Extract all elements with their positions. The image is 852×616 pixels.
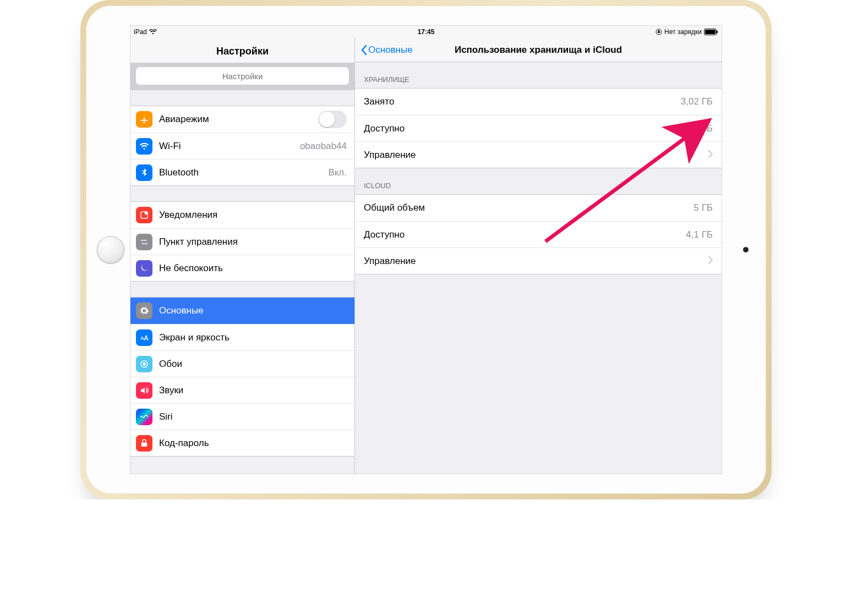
search-input[interactable] <box>136 67 349 85</box>
sidebar-item-wallpaper[interactable]: Обои <box>130 350 354 377</box>
row-label: Общий объем <box>364 202 425 213</box>
sidebar-item-label: Основные <box>159 305 204 316</box>
row-value: 5 ГБ <box>693 202 713 213</box>
section-header: ICLOUD <box>355 168 722 194</box>
sidebar-item-label: Siri <box>159 411 173 422</box>
info-row: Доступно9,13 ГБ <box>355 115 722 141</box>
section-header: ХРАНИЛИЩЕ <box>355 62 722 88</box>
sidebar-item-value: obaobab44 <box>300 141 347 152</box>
chevron-left-icon <box>361 45 367 56</box>
sidebar-item-wifi[interactable]: Wi-Fiobaobab44 <box>130 133 354 159</box>
svg-point-13 <box>143 362 146 365</box>
device-label: iPad <box>134 28 147 36</box>
svg-point-6 <box>141 239 143 241</box>
sidebar-item-label: Wi-Fi <box>159 141 181 152</box>
sidebar-item-label: Обои <box>159 359 182 370</box>
sidebar-item-display[interactable]: AAЭкран и яркость <box>130 324 354 350</box>
sidebar-title: Настройки <box>130 38 354 63</box>
orientation-lock-icon <box>656 29 662 35</box>
sidebar-item-airplane[interactable]: Авиарежим <box>130 106 354 133</box>
info-row: Общий объем5 ГБ <box>355 195 722 221</box>
row-label: Управление <box>364 150 416 161</box>
svg-rect-9 <box>142 243 145 244</box>
info-row: Доступно4,1 ГБ <box>355 221 722 248</box>
info-row: Занято3,02 ГБ <box>355 89 722 115</box>
sidebar-item-value: Вкл. <box>328 167 347 178</box>
row-label: Занято <box>364 96 394 107</box>
manage-row[interactable]: Управление <box>355 248 722 274</box>
charging-label: Нет зарядки <box>664 28 702 36</box>
chevron-right-icon <box>708 256 713 267</box>
detail-title: Использование хранилища и iCloud <box>455 45 622 56</box>
switch-airplane[interactable] <box>318 111 347 128</box>
svg-rect-2 <box>705 30 716 34</box>
sidebar-item-label: Звуки <box>159 385 183 396</box>
wifi-icon <box>149 29 157 35</box>
chevron-right-icon <box>708 150 713 161</box>
sidebar-item-label: Bluetooth <box>159 167 199 178</box>
svg-rect-3 <box>717 31 718 34</box>
svg-point-8 <box>145 243 147 244</box>
sidebar-item-bluetooth[interactable]: BluetoothВкл. <box>130 159 354 185</box>
sidebar-item-dnd[interactable]: Не беспокоить <box>130 255 354 281</box>
sidebar-item-label: Уведомления <box>159 210 217 221</box>
sidebar-item-general[interactable]: Основные <box>130 298 354 324</box>
sidebar-item-siri[interactable]: Siri <box>130 403 354 430</box>
home-button[interactable] <box>97 236 124 263</box>
row-value: 9,13 ГБ <box>681 123 713 134</box>
row-value: 3,02 ГБ <box>681 96 713 107</box>
svg-rect-14 <box>141 442 148 447</box>
svg-point-5 <box>145 212 148 215</box>
front-camera <box>743 247 749 252</box>
row-label: Доступно <box>364 123 405 134</box>
sidebar-item-label: Экран и яркость <box>159 332 230 343</box>
status-bar: iPad 17:45 Нет зарядки <box>130 26 722 38</box>
sidebar-item-control-center[interactable]: Пункт управления <box>130 228 354 255</box>
row-label: Управление <box>364 256 416 267</box>
row-value: 4,1 ГБ <box>686 229 713 240</box>
manage-row[interactable]: Управление <box>355 141 722 168</box>
sidebar-item-notifications[interactable]: Уведомления <box>130 202 354 228</box>
sidebar-item-passcode[interactable]: Код-пароль <box>130 430 354 456</box>
sidebar-item-label: Пункт управления <box>159 237 238 248</box>
sidebar-item-label: Авиарежим <box>159 114 209 125</box>
row-label: Доступно <box>364 229 405 240</box>
back-label: Основные <box>368 45 413 56</box>
back-button[interactable]: Основные <box>361 45 413 56</box>
sidebar-item-label: Код-пароль <box>159 438 209 449</box>
clock: 17:45 <box>418 28 435 36</box>
svg-rect-7 <box>144 240 147 241</box>
sidebar-item-sounds[interactable]: Звуки <box>130 377 354 403</box>
svg-text:A: A <box>144 334 149 342</box>
sidebar-item-label: Не беспокоить <box>159 263 223 274</box>
battery-icon <box>704 29 718 35</box>
